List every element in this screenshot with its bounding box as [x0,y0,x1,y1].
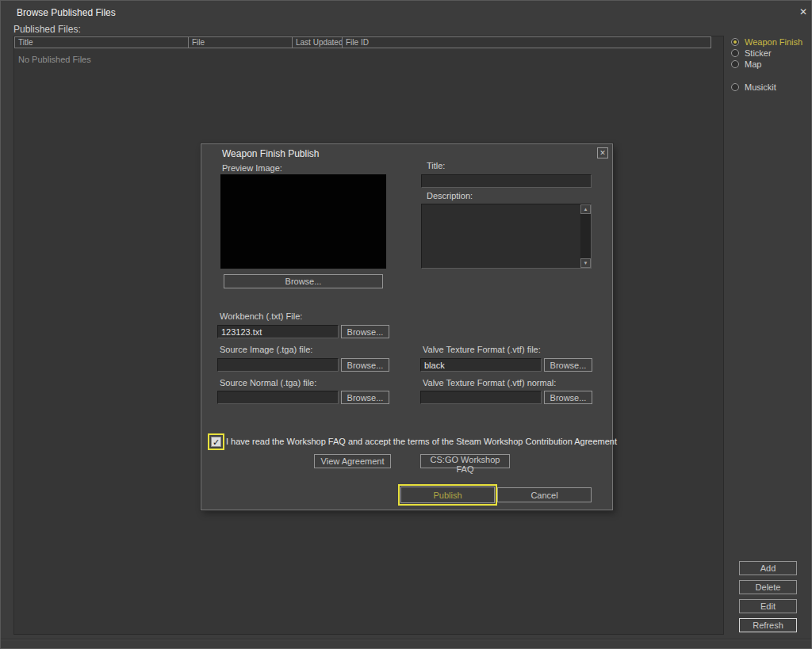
window-bottom-divider [1,639,812,639]
radio-selected-icon [731,38,739,46]
workbench-file-input[interactable] [217,325,339,338]
description-scrollbar[interactable]: ▲ ▼ [580,204,591,268]
source-normal-label: Source Normal (.tga) file: [220,378,316,387]
add-button[interactable]: Add [739,561,797,575]
scroll-down-icon[interactable]: ▼ [580,258,591,268]
scroll-up-icon[interactable]: ▲ [580,204,591,214]
dialog-close-icon[interactable]: ✕ [597,147,608,158]
window-title: Browse Published Files [17,7,116,18]
published-files-label: Published Files: [13,24,81,35]
checkmark-icon: ✓ [213,437,220,447]
radio-map-label: Map [745,59,761,69]
vtf-normal-browse-button[interactable]: Browse... [544,391,592,404]
description-label: Description: [427,191,473,200]
radio-musickit-label: Musickit [745,82,776,92]
view-agreement-button[interactable]: View Agreement [314,454,391,468]
column-header-last-updated[interactable]: Last Updated [292,36,343,48]
radio-icon [731,83,739,91]
workbench-file-label: Workbench (.txt) File: [220,311,302,321]
browse-published-files-window: Browse Published Files ✕ Published Files… [0,0,812,649]
delete-button[interactable]: Delete [739,580,797,594]
agreement-checkbox[interactable]: ✓ [211,437,221,447]
vtf-normal-input[interactable] [420,391,542,404]
radio-icon [731,60,739,68]
weapon-finish-publish-dialog: Weapon Finish Publish ✕ Preview Image: B… [201,143,613,510]
source-image-input[interactable] [217,358,339,372]
column-header-file-id[interactable]: File ID [342,36,711,48]
edit-button[interactable]: Edit [739,599,797,613]
vtf-file-browse-button[interactable]: Browse... [544,358,592,372]
title-input[interactable] [421,174,592,188]
cancel-button[interactable]: Cancel [497,487,592,502]
close-icon[interactable]: ✕ [797,6,810,18]
refresh-button[interactable]: Refresh [739,618,797,632]
vtf-normal-label: Valve Texture Format (.vtf) normal: [423,378,556,387]
empty-list-text: No Published Files [18,55,91,64]
column-header-title[interactable]: Title [14,36,189,48]
source-normal-browse-button[interactable]: Browse... [341,391,389,404]
description-field-wrap: ▲ ▼ [421,204,592,269]
description-input[interactable] [422,204,591,268]
source-image-browse-button[interactable]: Browse... [341,358,389,372]
source-normal-input[interactable] [217,391,339,404]
title-label: Title: [427,161,445,170]
column-header-file[interactable]: File [188,36,293,48]
list-header: Title File Last Updated File ID [14,36,711,48]
radio-sticker-label: Sticker [745,48,772,58]
radio-weapon-finish-label: Weapon Finish [745,37,802,47]
preview-image-label: Preview Image: [222,163,282,173]
source-image-label: Source Image (.tga) file: [220,345,312,354]
dialog-title: Weapon Finish Publish [222,148,320,159]
publish-button[interactable]: Publish [400,487,495,503]
agreement-text: I have read the Workshop FAQ and accept … [226,437,617,446]
radio-icon [731,49,739,57]
workshop-faq-button[interactable]: CS:GO Workshop FAQ [420,454,510,468]
vtf-file-input[interactable] [420,358,542,372]
preview-browse-button[interactable]: Browse... [224,274,383,288]
vtf-file-label: Valve Texture Format (.vtf) file: [423,345,541,354]
workbench-browse-button[interactable]: Browse... [341,325,389,338]
preview-image [220,174,386,269]
